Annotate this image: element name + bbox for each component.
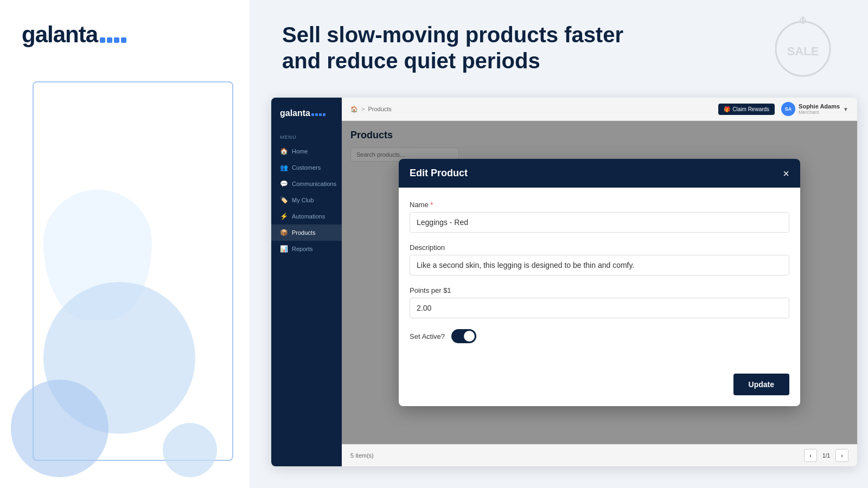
set-active-row: Set Active? ✓ [410,329,789,343]
user-info: SA Sophie Adams Merchant ▼ [781,102,848,116]
chevron-down-icon: ▼ [843,106,848,112]
products-icon: 📦 [280,229,288,236]
edit-product-modal: Edit Product × Name * [399,159,800,406]
sidebar-item-my-club[interactable]: 🏷️ My Club [271,192,342,208]
logo-text: galanta [22,22,98,47]
claim-rewards-label: Claim Rewards [732,106,769,112]
headline: Sell slow-moving products fasterand redu… [282,22,662,74]
app-window: galanta MENU 🏠 Home 👥 Customers 💬 Commun… [271,98,857,466]
sidebar-item-reports[interactable]: 📊 Reports [271,241,342,257]
sidebar-item-reports-label: Reports [292,246,313,252]
pagination-page: 1/1 [818,453,834,459]
topbar-right: 🎁 Claim Rewards SA Sophie Adams Merchant… [718,102,848,116]
claim-rewards-button[interactable]: 🎁 Claim Rewards [718,104,775,115]
sidebar-logo-text: galanta [280,108,310,118]
logo-dot-1 [100,37,105,43]
sidebar-item-my-club-label: My Club [292,197,314,203]
circle-small [163,423,217,477]
name-input[interactable] [410,212,789,233]
sidebar-item-automations[interactable]: ⚡ Automations [271,208,342,224]
sidebar-logo-dots [311,113,326,116]
reports-icon: 📊 [280,245,288,253]
decorative-background [0,81,250,488]
sidebar-item-customers[interactable]: 👥 Customers [271,159,342,176]
automations-icon: ⚡ [280,213,288,220]
customers-icon: 👥 [280,164,288,171]
logo-dot-2 [107,37,112,43]
avatar: SA [781,102,795,116]
set-active-label: Set Active? [410,332,445,341]
circle-medium [11,380,108,477]
sidebar-item-home[interactable]: 🏠 Home [271,143,342,159]
gift-icon: 🎁 [724,106,730,112]
my-club-icon: 🏷️ [280,196,288,204]
sidebar-item-products-label: Products [292,229,315,236]
description-field-group: Description [410,243,789,275]
modal-overlay: Edit Product × Name * [342,121,857,444]
sidebar-item-products[interactable]: 📦 Products [271,224,342,241]
sale-tag-icon: SALE [770,16,835,81]
modal-body: Name * Description Points per $1 [399,188,800,367]
logo-dot-3 [114,37,119,43]
logo-dot-4 [121,37,126,43]
page-content: Products Edit Product × [342,121,857,444]
right-panel: Sell slow-moving products fasterand redu… [250,0,868,488]
description-label: Description [410,243,789,252]
pagination: ‹ 1/1 › [804,449,848,462]
logo-area: galanta [22,22,228,48]
points-field-group: Points per $1 [410,286,789,318]
sidebar-menu-label: MENU [271,129,342,143]
name-required-star: * [430,201,433,209]
sidebar-item-customers-label: Customers [292,164,321,171]
modal-close-button[interactable]: × [783,168,789,179]
pagination-prev-button[interactable]: ‹ [804,449,817,462]
breadcrumb-separator: > [361,106,365,112]
points-input[interactable] [410,298,789,318]
home-icon: 🏠 [280,147,288,155]
communications-icon: 💬 [280,180,288,188]
sidebar-logo: galanta [271,108,342,129]
modal-footer: Update [399,367,800,406]
pagination-next-button[interactable]: › [835,449,848,462]
user-details: Sophie Adams Merchant [799,103,840,115]
breadcrumb: 🏠 > Products [350,106,392,113]
name-field-group: Name * [410,201,789,233]
toggle-knob [464,331,475,342]
sidebar-item-communications-label: Communications [292,181,336,187]
breadcrumb-page: Products [368,106,391,112]
modal-title: Edit Product [410,168,468,179]
update-button[interactable]: Update [733,374,789,395]
main-content: 🏠 > Products 🎁 Claim Rewards SA Sophie A… [342,98,857,466]
items-count: 5 item(s) [350,452,374,459]
name-label: Name * [410,201,789,209]
logo-dots [100,37,126,43]
sidebar-item-automations-label: Automations [292,213,325,220]
user-role: Merchant [799,110,840,115]
description-input[interactable] [410,255,789,275]
points-label: Points per $1 [410,286,789,294]
modal-header: Edit Product × [399,159,800,188]
sidebar: galanta MENU 🏠 Home 👥 Customers 💬 Commun… [271,98,342,466]
breadcrumb-home-icon: 🏠 [350,106,358,113]
left-panel: galanta [0,0,250,488]
user-name: Sophie Adams [799,103,840,110]
set-active-toggle[interactable]: ✓ [451,329,476,343]
topbar: 🏠 > Products 🎁 Claim Rewards SA Sophie A… [342,98,857,121]
sidebar-item-home-label: Home [292,148,308,155]
page-footer: 5 item(s) ‹ 1/1 › [342,444,857,466]
svg-text:SALE: SALE [787,44,819,58]
sidebar-item-communications[interactable]: 💬 Communications [271,176,342,192]
